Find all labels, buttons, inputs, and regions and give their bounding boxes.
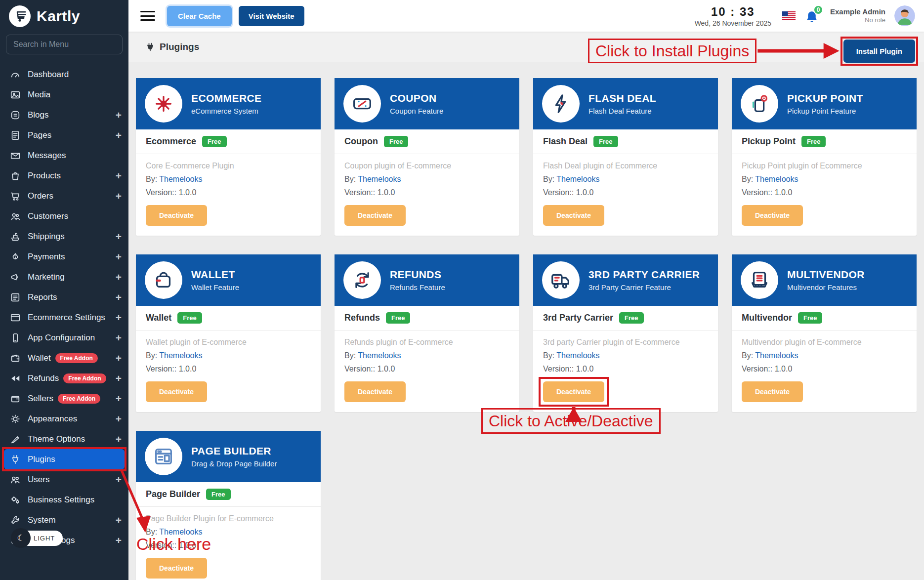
sidebar-item-app-configuration[interactable]: App Configuration+ xyxy=(0,328,128,348)
sidebar-item-label: Appearances xyxy=(28,414,77,424)
deactivate-button[interactable]: Deactivate xyxy=(146,205,207,226)
language-flag-icon[interactable] xyxy=(782,11,796,20)
plugin-card-body: 3rd party Carrier plugin of E-commerceBy… xyxy=(533,331,718,412)
author-link[interactable]: Themelooks xyxy=(755,175,798,183)
expand-plus-icon[interactable]: + xyxy=(116,332,122,344)
by-label: By: xyxy=(146,175,157,183)
expand-plus-icon[interactable]: + xyxy=(116,433,122,445)
plugin-author-line: By: Themelooks xyxy=(146,175,311,184)
deactivate-button[interactable]: Deactivate xyxy=(742,381,803,402)
sidebar-item-ecommerce-settings[interactable]: Ecommerce Settings+ xyxy=(0,307,128,328)
author-link[interactable]: Themelooks xyxy=(159,351,202,360)
sidebar-item-marketing[interactable]: Marketing+ xyxy=(0,267,128,287)
plugin-title: MULTIVENDOR xyxy=(787,269,865,281)
deactivate-button[interactable]: Deactivate xyxy=(543,205,604,226)
install-plugin-button[interactable]: Install Plugin xyxy=(843,40,915,63)
hamburger-menu-icon[interactable] xyxy=(140,11,155,21)
deactivate-button[interactable]: Deactivate xyxy=(344,205,406,226)
search-input[interactable] xyxy=(6,35,123,54)
sidebar-item-payments[interactable]: Payments+ xyxy=(0,247,128,267)
sellers-icon xyxy=(10,393,21,404)
sidebar-item-label: Wallet xyxy=(28,353,51,363)
cart-logo-icon xyxy=(9,5,31,27)
expand-plus-icon[interactable]: + xyxy=(116,514,122,526)
sidebar-menu: DashboardMediaBlogs+Pages+MessagesProduc… xyxy=(0,58,128,550)
plugin-subtitle: eCommerce System xyxy=(191,107,261,115)
user-meta: Example Admin No role xyxy=(830,7,885,25)
blogs-icon xyxy=(10,110,21,121)
deactivate-button[interactable]: Deactivate xyxy=(146,381,207,402)
sidebar-item-label: Blogs xyxy=(28,110,49,120)
expand-plus-icon[interactable]: + xyxy=(116,393,122,405)
sidebar-item-shippings[interactable]: Shippings+ xyxy=(0,226,128,247)
sidebar-item-label: Marketing xyxy=(28,272,65,282)
sidebar-item-theme-options[interactable]: Theme Options+ xyxy=(0,429,128,449)
sidebar-item-messages[interactable]: Messages xyxy=(0,145,128,166)
avatar[interactable] xyxy=(894,5,915,26)
sidebar-item-users[interactable]: Users+ xyxy=(0,469,128,490)
plugin-name-row: Flash DealFree xyxy=(533,129,718,154)
sidebar-item-blogs[interactable]: Blogs+ xyxy=(0,105,128,125)
plugin-author-line: By: Themelooks xyxy=(742,351,907,360)
brand-logo[interactable]: Kartly xyxy=(0,0,128,32)
theme-toggle[interactable]: ☾ LIGHT xyxy=(12,530,63,546)
sidebar-item-wallet[interactable]: WalletFree Addon+ xyxy=(0,348,128,368)
sidebar-item-label: Orders xyxy=(28,191,53,201)
plugin-author-line: By: Themelooks xyxy=(742,175,907,184)
media-icon xyxy=(10,89,21,100)
sidebar-item-plugins[interactable]: Plugins xyxy=(4,449,125,469)
plugin-title: 3RD PARTY CARRIER xyxy=(588,269,700,281)
expand-plus-icon[interactable]: + xyxy=(116,271,122,283)
sidebar-item-label: App Configuration xyxy=(28,333,95,343)
appearances-icon xyxy=(10,414,21,424)
user-role: No role xyxy=(830,16,885,24)
author-link[interactable]: Themelooks xyxy=(556,351,599,360)
wallet-card-icon xyxy=(145,261,182,299)
expand-plus-icon[interactable]: + xyxy=(116,373,122,384)
expand-plus-icon[interactable]: + xyxy=(116,109,122,121)
expand-plus-icon[interactable]: + xyxy=(116,312,122,324)
expand-plus-icon[interactable]: + xyxy=(116,535,122,546)
deactivate-button[interactable]: Deactivate xyxy=(543,381,604,402)
deactivate-button[interactable]: Deactivate xyxy=(742,205,803,226)
expand-plus-icon[interactable]: + xyxy=(116,291,122,303)
expand-plus-icon[interactable]: + xyxy=(116,129,122,141)
plugin-subtitle: Flash Deal Feature xyxy=(588,107,656,115)
author-link[interactable]: Themelooks xyxy=(358,175,401,183)
deactivate-button[interactable]: Deactivate xyxy=(146,558,207,579)
sidebar-item-dashboard[interactable]: Dashboard xyxy=(0,64,128,84)
sidebar-item-label: Refunds xyxy=(28,373,59,383)
author-link[interactable]: Themelooks xyxy=(755,351,798,360)
sidebar-item-orders[interactable]: Orders+ xyxy=(0,186,128,206)
expand-plus-icon[interactable]: + xyxy=(116,352,122,364)
sidebar-item-refunds[interactable]: RefundsFree Addon+ xyxy=(0,368,128,388)
sidebar-item-business-settings[interactable]: Business Settings xyxy=(0,490,128,510)
messages-icon xyxy=(10,150,21,161)
plugin-author-line: By: Themelooks xyxy=(344,351,509,360)
sidebar-item-system[interactable]: System+ xyxy=(0,510,128,530)
main-content: ECOMMERCEeCommerce SystemEcommerceFreeCo… xyxy=(128,62,924,580)
sidebar-item-media[interactable]: Media xyxy=(0,84,128,105)
sidebar-item-sellers[interactable]: SellersFree Addon+ xyxy=(0,388,128,409)
plugin-subtitle: Pickup Point Feature xyxy=(787,107,863,115)
expand-plus-icon[interactable]: + xyxy=(116,474,122,486)
author-link[interactable]: Themelooks xyxy=(358,351,401,360)
clear-cache-button[interactable]: Clear Cache xyxy=(167,6,232,26)
author-link[interactable]: Themelooks xyxy=(556,175,599,183)
author-link[interactable]: Themelooks xyxy=(159,175,202,183)
plugin-card-body: Wallet plugin of E-commerceBy: Themelook… xyxy=(136,331,321,412)
visit-website-button[interactable]: Visit Website xyxy=(239,6,304,26)
expand-plus-icon[interactable]: + xyxy=(116,413,122,425)
sidebar-item-appearances[interactable]: Appearances+ xyxy=(0,409,128,429)
sidebar-item-reports[interactable]: Reports+ xyxy=(0,287,128,307)
expand-plus-icon[interactable]: + xyxy=(116,190,122,202)
expand-plus-icon[interactable]: + xyxy=(116,251,122,263)
expand-plus-icon[interactable]: + xyxy=(116,170,122,182)
sidebar-item-pages[interactable]: Pages+ xyxy=(0,125,128,145)
plugin-title: ECOMMERCE xyxy=(191,92,261,104)
sidebar-item-products[interactable]: Products+ xyxy=(0,166,128,186)
expand-plus-icon[interactable]: + xyxy=(116,231,122,243)
deactivate-button[interactable]: Deactivate xyxy=(344,381,406,402)
sidebar-item-customers[interactable]: Customers xyxy=(0,206,128,226)
notifications-bell-icon[interactable]: 0 xyxy=(804,7,821,25)
